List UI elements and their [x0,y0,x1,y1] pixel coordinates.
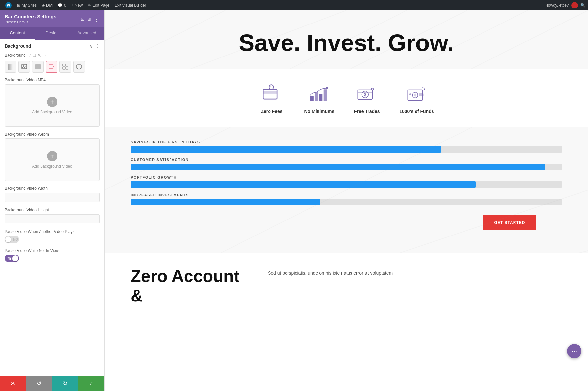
wp-admin-bar: W ⊞ My Sites ◈ Divi 💬 0 + New ✏ Edit Pag… [0,0,588,10]
svg-rect-7 [66,64,68,66]
pause-view-toggle[interactable]: YES [5,255,19,262]
bg-type-video[interactable] [46,61,57,73]
sidebar-header: Bar Counters Settings Preset: Default ⊡ … [0,10,104,27]
bg-type-gradient[interactable] [5,61,16,73]
svg-rect-3 [35,64,41,69]
height-input[interactable] [5,214,100,223]
svg-rect-28 [319,94,322,101]
sidebar-content: Background ∧ ⋮ Background ? □ ↖ ⋮ [0,40,104,376]
background-section-header: Background ∧ ⋮ [5,43,100,49]
feature-funds: 1000's of Funds [400,82,434,114]
undo-button[interactable]: ↺ [26,376,52,391]
svg-line-41 [105,127,346,190]
svg-rect-1 [22,64,27,69]
features-row: Zero Fees No Minimums [105,69,588,127]
exit-builder-item[interactable]: Exit Visual Builder [112,0,149,10]
width-field-group: Background Video Width [5,186,100,203]
svg-rect-21 [263,89,277,99]
page-content-area: Save. Invest. Grow. Zero Fe [105,10,588,391]
mp4-field-group: Background Video MP4 + Add Background Vi… [5,78,100,127]
save-icon: ✓ [89,380,94,387]
edit-icon: ✏ [88,3,91,8]
wp-logo: W [5,2,12,8]
pause-another-group: Pause Video When Another Video Plays NO [5,229,100,243]
bg-type-color[interactable] [32,61,44,73]
user-avatar[interactable] [571,2,578,8]
tab-advanced[interactable]: Advanced [70,27,104,40]
settings-more-icon[interactable]: ⋮ [43,53,47,57]
webm-upload-plus-icon: + [47,151,57,161]
feature-free-trades: $ Free Trades [354,82,380,114]
sites-icon: ⊞ [17,3,20,8]
pause-another-label: Pause Video When Another Video Plays [5,229,100,234]
mp4-upload-plus-icon: + [47,97,57,107]
sidebar-preset[interactable]: Preset: Default [5,20,56,24]
redo-button[interactable]: ↻ [52,376,78,391]
bg-type-image[interactable] [18,61,30,73]
free-trades-icon-wrap: $ [354,82,380,105]
webm-label: Background Video Webm [5,132,100,137]
no-minimums-icon-wrap [306,82,332,105]
free-trades-label: Free Trades [354,109,380,114]
section-more-icon[interactable]: ⋮ [95,43,100,49]
svg-rect-0 [8,64,13,70]
collapse-icon[interactable]: ∧ [89,43,92,49]
responsive-icon[interactable]: □ [33,53,36,57]
zero-desc: Sed ut perspiciatis, unde omnis iste nat… [268,266,562,305]
pause-another-toggle[interactable]: NO [5,236,19,243]
divi-item[interactable]: ◈ Divi [39,0,55,10]
more-icon[interactable]: ⋮ [94,15,100,23]
new-item[interactable]: + New [69,0,85,10]
funds-icon [405,84,428,103]
tab-content[interactable]: Content [0,27,35,40]
mp4-upload-area[interactable]: + Add Background Video [5,84,100,127]
feature-zero-fees: Zero Fees [258,82,285,114]
bars-section: SAVINGS IN THE FIRST 90 DAYS CUSTOMER SA… [105,127,588,253]
page-preview: Save. Invest. Grow. Zero Fe [105,10,588,391]
my-sites-item[interactable]: ⊞ My Sites [14,0,39,10]
funds-icon-wrap [404,82,430,105]
zero-section: Zero Account & Sed ut perspiciatis, unde… [105,253,588,318]
floating-menu-bubble[interactable]: ··· [567,344,581,358]
help-icon[interactable]: ? [29,53,31,57]
edit-page-item[interactable]: ✏ Edit Page [85,0,112,10]
divi-icon: ◈ [42,3,45,8]
bg-type-pattern[interactable] [59,61,71,73]
tab-design[interactable]: Design [35,27,69,40]
svg-line-42 [105,127,588,253]
cancel-button[interactable]: ✕ [0,376,26,391]
svg-rect-29 [324,89,327,101]
width-input[interactable] [5,193,100,202]
pause-another-toggle-row: NO [5,236,100,243]
sidebar-title-area: Bar Counters Settings Preset: Default [5,14,56,24]
cursor-icon[interactable]: ↖ [38,53,41,57]
bg-type-buttons [5,61,100,73]
wp-logo-item[interactable]: W [3,0,14,10]
webm-upload-area[interactable]: + Add Background Video [5,138,100,181]
no-minimums-label: No Minimums [304,109,334,114]
comments-item[interactable]: 💬 0 [55,0,69,10]
svg-rect-22 [263,91,277,94]
search-icon[interactable]: 🔍 [580,3,585,8]
pause-another-knob [5,236,11,242]
section-title-background: Background [5,43,31,49]
layout-icon[interactable]: ⊞ [87,16,91,22]
svg-text:$: $ [364,92,367,97]
pause-view-group: Pause Video While Not In View YES [5,248,100,262]
save-button[interactable]: ✓ [78,376,104,391]
svg-marker-10 [76,64,82,69]
bars-bg-pattern [105,127,588,253]
width-label: Background Video Width [5,186,100,191]
main-layout: Bar Counters Settings Preset: Default ⊡ … [0,10,588,391]
svg-rect-26 [310,96,314,101]
maximize-icon[interactable]: ⊡ [81,16,85,22]
svg-rect-27 [315,92,318,101]
svg-rect-9 [66,67,68,69]
settings-sidebar: Bar Counters Settings Preset: Default ⊡ … [0,10,105,391]
free-trades-icon: $ [355,84,378,103]
svg-rect-8 [63,67,65,69]
funds-label: 1000's of Funds [400,109,434,114]
svg-line-43 [225,190,588,253]
sidebar-tabs: Content Design Advanced [0,27,104,40]
bg-type-mask[interactable] [73,61,85,73]
